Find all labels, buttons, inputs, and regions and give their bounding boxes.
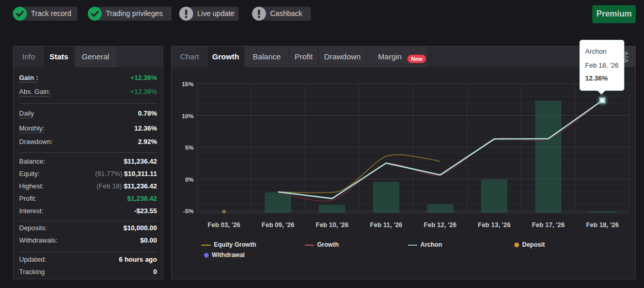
svg-text:Feb 09, '26: Feb 09, '26 bbox=[262, 221, 294, 229]
svg-text:0%: 0% bbox=[185, 177, 194, 183]
svg-text:Feb 17, '26: Feb 17, '26 bbox=[532, 221, 564, 229]
svg-text:15%: 15% bbox=[182, 81, 194, 87]
svg-text:Feb 11, '26: Feb 11, '26 bbox=[370, 221, 402, 229]
svg-text:Feb 12, '26: Feb 12, '26 bbox=[424, 221, 457, 229]
svg-text:Feb 03, '26: Feb 03, '26 bbox=[208, 221, 240, 229]
svg-text:Feb 18, '26: Feb 18, '26 bbox=[586, 221, 619, 229]
svg-text:Feb 10, '26: Feb 10, '26 bbox=[316, 221, 348, 229]
svg-text:5%: 5% bbox=[185, 145, 194, 151]
svg-text:Feb 13, '26: Feb 13, '26 bbox=[478, 221, 510, 229]
svg-text:10%: 10% bbox=[182, 113, 194, 119]
svg-text:-5%: -5% bbox=[183, 208, 194, 214]
